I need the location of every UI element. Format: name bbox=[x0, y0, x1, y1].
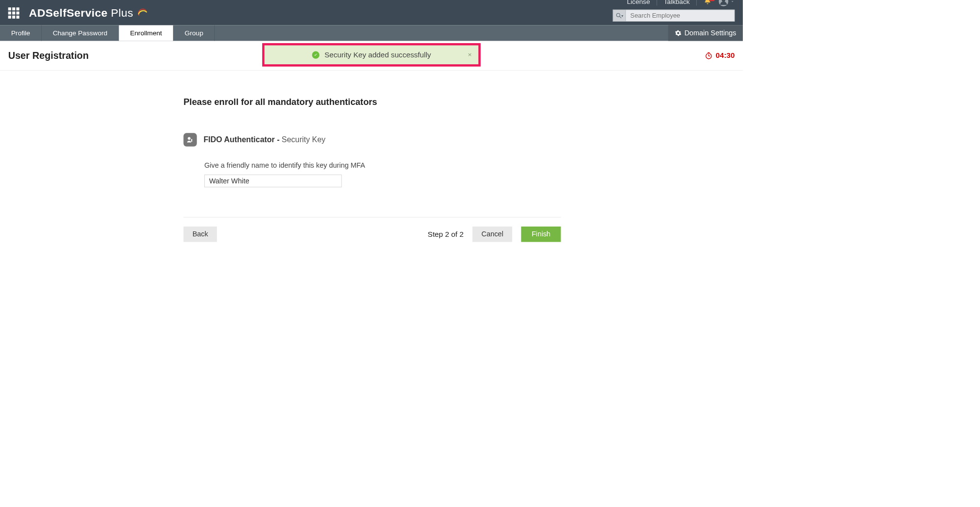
svg-rect-9 bbox=[191, 139, 192, 142]
tab-enrollment[interactable]: Enrollment bbox=[119, 25, 173, 41]
page-title: User Registration bbox=[8, 50, 89, 61]
brand-wrap: ADSelfService Plus bbox=[8, 7, 148, 25]
success-toast: Security Key added successfully × bbox=[262, 43, 481, 67]
brand-text: ADSelfService Plus bbox=[29, 7, 133, 20]
friendly-name-input[interactable] bbox=[204, 175, 342, 187]
domain-settings-button[interactable]: Domain Settings bbox=[668, 25, 743, 41]
tabbar: Profile Change Password Enrollment Group… bbox=[0, 25, 743, 41]
apps-grid-icon[interactable] bbox=[8, 7, 20, 19]
notifications-button[interactable]: 2 bbox=[704, 0, 712, 6]
back-button[interactable]: Back bbox=[183, 227, 217, 242]
fido-key-icon bbox=[183, 133, 196, 146]
content-heading: Please enroll for all mandatory authenti… bbox=[183, 97, 561, 107]
divider bbox=[183, 217, 561, 218]
finish-button[interactable]: Finish bbox=[521, 227, 561, 242]
friendly-name-label: Give a friendly name to identify this ke… bbox=[204, 161, 561, 170]
search: ▾ bbox=[613, 10, 735, 22]
clock-icon bbox=[705, 51, 713, 60]
step-indicator: Step 2 of 2 bbox=[428, 230, 464, 238]
chevron-down-icon bbox=[730, 0, 735, 4]
timer-value: 04:30 bbox=[716, 51, 735, 60]
check-circle-icon bbox=[312, 51, 319, 58]
brand-swirl-icon bbox=[137, 7, 148, 19]
talkback-link[interactable]: Talkback bbox=[664, 0, 690, 5]
timer: 04:30 bbox=[705, 51, 735, 60]
tab-profile[interactable]: Profile bbox=[0, 25, 42, 41]
brand: ADSelfService Plus bbox=[29, 7, 148, 20]
svg-point-8 bbox=[188, 137, 191, 140]
tab-change-password[interactable]: Change Password bbox=[42, 25, 119, 41]
tab-group[interactable]: Group bbox=[173, 25, 215, 41]
toast-message: Security Key added successfully bbox=[324, 51, 431, 59]
top-right: License Talkback 2 ▾ bbox=[613, 0, 735, 25]
footer-row: Back Step 2 of 2 Cancel Finish bbox=[183, 227, 561, 242]
authenticator-label: FIDO Authenticator - Security Key bbox=[203, 135, 325, 144]
license-link[interactable]: License bbox=[627, 0, 650, 5]
authenticator-label-bold: FIDO Authenticator - bbox=[203, 135, 281, 144]
domain-settings-label: Domain Settings bbox=[685, 29, 736, 37]
page-header: User Registration Security Key added suc… bbox=[0, 41, 743, 71]
authenticator-row: FIDO Authenticator - Security Key bbox=[183, 133, 561, 146]
content: Please enroll for all mandatory authenti… bbox=[183, 97, 561, 242]
search-input[interactable] bbox=[625, 10, 735, 22]
topbar: ADSelfService Plus License Talkback 2 ▾ bbox=[0, 0, 743, 25]
toast-close-icon[interactable]: × bbox=[468, 51, 472, 59]
separator bbox=[696, 0, 697, 5]
svg-point-2 bbox=[616, 13, 620, 17]
authenticator-label-sub: Security Key bbox=[282, 135, 325, 144]
search-button[interactable]: ▾ bbox=[613, 10, 626, 22]
user-menu[interactable] bbox=[718, 0, 735, 7]
cancel-button[interactable]: Cancel bbox=[472, 227, 512, 242]
separator bbox=[657, 0, 657, 5]
user-circle-icon bbox=[718, 0, 729, 7]
top-links: License Talkback 2 bbox=[627, 0, 735, 7]
gear-icon bbox=[675, 30, 682, 37]
notification-badge: 2 bbox=[709, 0, 714, 1]
